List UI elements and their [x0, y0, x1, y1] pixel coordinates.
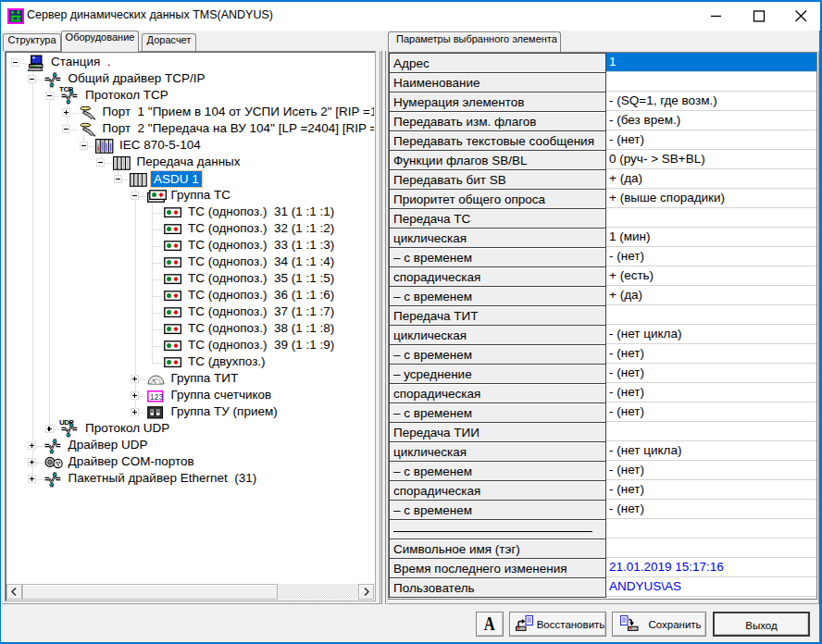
svg-text:123: 123: [150, 391, 163, 401]
